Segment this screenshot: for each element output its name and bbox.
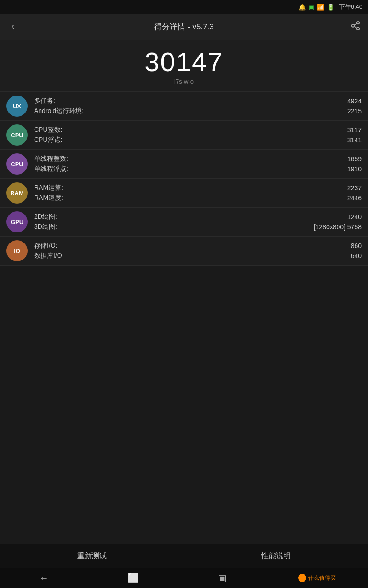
performance-button[interactable]: 性能说明: [184, 544, 368, 568]
bottom-buttons: 重新测试 性能说明: [0, 544, 368, 568]
row-line: RAM运算:2237: [34, 184, 362, 192]
row-value: 3141: [347, 136, 362, 144]
time-display: 下午6:40: [339, 3, 362, 11]
row-value: 640: [351, 252, 362, 260]
back-button[interactable]: ‹: [7, 19, 18, 34]
row-value: 860: [351, 242, 362, 249]
row-line: 单线程浮点:1910: [34, 165, 362, 173]
row-line: 存储I/O:860: [34, 242, 362, 250]
row-label: 2D绘图:: [34, 213, 57, 221]
row-line: Android运行环境:2215: [34, 107, 362, 115]
score-value: 30147: [0, 49, 368, 75]
score-rows: UX多任务:4924Android运行环境:2215CPUCPU整数:3117C…: [0, 92, 368, 266]
app-icon: ▣: [309, 4, 314, 11]
badge-cpu: CPU: [6, 153, 28, 175]
badge-ux: UX: [6, 96, 28, 117]
row-line: 单线程整数:1659: [34, 155, 362, 163]
share-button[interactable]: [351, 21, 361, 33]
row-line: RAM速度:2446: [34, 194, 362, 202]
row-line: CPU浮点:3141: [34, 136, 362, 144]
brand-label: 什么值得买: [298, 574, 336, 582]
home-nav-icon[interactable]: ⬜: [120, 570, 146, 586]
score-row: CPU单线程整数:1659单线程浮点:1910: [0, 150, 368, 179]
nav-bar: ← ⬜ ▣ 什么值得买: [0, 568, 368, 588]
badge-gpu: GPU: [6, 211, 28, 232]
row-value: 4924: [347, 97, 362, 105]
row-label: 单线程整数:: [34, 155, 68, 163]
score-section: 30147 i7s-w-o: [0, 40, 368, 92]
row-label: 单线程浮点:: [34, 165, 68, 173]
badge-ram: RAM: [6, 182, 28, 204]
badge-io: IO: [6, 240, 28, 261]
recent-nav-icon[interactable]: ▣: [211, 570, 234, 586]
score-row: UX多任务:4924Android运行环境:2215: [0, 92, 368, 121]
svg-line-4: [354, 23, 357, 25]
svg-point-1: [352, 24, 355, 27]
battery-icon: 🔋: [327, 4, 334, 11]
row-label: CPU整数:: [34, 126, 62, 134]
row-label: CPU浮点:: [34, 136, 62, 144]
svg-point-2: [357, 27, 360, 29]
row-value: 2446: [347, 194, 362, 202]
row-label: RAM运算:: [34, 184, 63, 192]
row-line: CPU整数:3117: [34, 126, 362, 134]
row-label: 多任务:: [34, 97, 55, 105]
row-value: 1910: [347, 165, 362, 173]
svg-line-3: [354, 26, 357, 28]
badge-cpu: CPU: [6, 124, 28, 146]
row-line: 3D绘图:[588x368] 5758: [34, 223, 362, 231]
brand-icon: [298, 574, 306, 582]
row-value: 2215: [347, 107, 362, 115]
score-row: RAMRAM运算:2237RAM速度:2446: [0, 179, 368, 208]
row-value: 2237: [347, 184, 362, 192]
row-line: 2D绘图:1240: [34, 213, 362, 221]
top-bar: ‹ 得分详情 - v5.7.3: [0, 14, 368, 40]
retest-button[interactable]: 重新测试: [0, 544, 184, 568]
wifi-icon: 📶: [317, 4, 324, 11]
score-row: CPUCPU整数:3117CPU浮点:3141: [0, 121, 368, 150]
status-bar: 🔔 ▣ 📶 🔋 下午6:40: [0, 0, 368, 14]
page-title: 得分详情 - v5.7.3: [154, 22, 213, 32]
row-value: 3117: [347, 126, 362, 134]
back-nav-icon[interactable]: ←: [32, 570, 56, 586]
row-line: 数据库I/O:640: [34, 252, 362, 260]
device-name: i7s-w-o: [0, 78, 368, 85]
score-row: GPU2D绘图:12403D绘图:[588x368] 5758: [0, 208, 368, 237]
row-value: [588x368] 5758: [314, 223, 362, 231]
row-line: 多任务:4924: [34, 97, 362, 105]
row-label: Android运行环境:: [34, 107, 84, 115]
row-label: 存储I/O:: [34, 242, 58, 250]
row-value: 1659: [347, 155, 362, 163]
row-label: 数据库I/O:: [34, 252, 64, 260]
row-value: 1240: [347, 213, 362, 220]
row-label: RAM速度:: [34, 194, 63, 202]
row-label: 3D绘图:: [34, 223, 57, 231]
notification-icon: 🔔: [299, 4, 306, 11]
svg-point-0: [357, 21, 360, 24]
score-row: IO存储I/O:860数据库I/O:640: [0, 237, 368, 266]
